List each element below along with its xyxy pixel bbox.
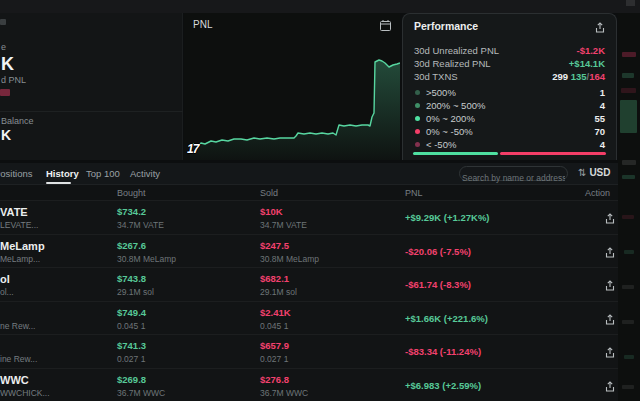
browser-top-strip <box>0 0 640 13</box>
distribution-dot-icon <box>415 90 420 95</box>
table-row[interactable]: WWC WWCHICK... $269.8 36.7M WWC $276.8 3… <box>0 368 618 401</box>
share-icon[interactable] <box>604 211 616 223</box>
table-row[interactable]: ne Rew... $749.4 0.045 1 $2.41K 0.045 1 … <box>0 301 618 335</box>
adjacent-content-strip <box>618 13 640 401</box>
summary-divider <box>0 111 183 112</box>
performance-title: Performance <box>414 20 478 32</box>
bought-value: $734.2 <box>117 206 146 217</box>
unrealized-pnl-row: 30d Unrealized PNL -$1.2K <box>414 45 605 57</box>
distribution-count: 70 <box>594 126 605 137</box>
pnl-value: -$61.74 (-8.3%) <box>405 279 471 290</box>
txns-sells: 164 <box>589 71 605 82</box>
share-icon[interactable] <box>604 278 616 290</box>
table-header: Bought Sold PNL Action <box>0 185 618 200</box>
distribution-dot-icon <box>415 116 420 121</box>
pnl-line-chart <box>184 13 400 160</box>
token-subname: LEVATE... <box>0 220 38 230</box>
token-name: ol <box>0 273 10 285</box>
table-row[interactable]: MeLamp MeLamp... $267.6 30.8M MeLamp $24… <box>0 234 618 268</box>
trading-dashboard: e K d PNL Balance K PNL 17 Performance 3… <box>0 0 640 401</box>
cropped-content-fragment <box>622 215 634 219</box>
tab-activity[interactable]: Activity <box>130 168 160 179</box>
distribution-label: 0% ~ 200% <box>426 113 475 124</box>
bought-value: $743.8 <box>117 273 146 284</box>
wallet-icon <box>0 19 6 25</box>
col-action: Action <box>585 188 610 198</box>
col-pnl: PNL <box>405 188 423 198</box>
share-icon[interactable] <box>604 345 616 357</box>
win-loss-bar <box>413 152 606 155</box>
trades-section: PositionsHistoryTop 100Activity ⇅USD Bou… <box>0 163 618 401</box>
tab-positions[interactable]: Positions <box>0 168 33 179</box>
pnl-chart-panel: PNL 17 <box>184 13 400 160</box>
share-icon[interactable] <box>604 379 616 391</box>
cropped-content-fragment <box>624 250 634 254</box>
pnl-value: +$9.29K (+1.27K%) <box>405 212 490 223</box>
wallet-summary-panel: e K d PNL Balance K <box>0 13 183 160</box>
table-row[interactable]: ine Rew... $741.3 0.027 1 $657.9 0.027 1… <box>0 334 618 368</box>
active-tab-underline <box>46 182 71 184</box>
col-sold: Sold <box>260 188 278 198</box>
distribution-label: >500% <box>426 87 456 98</box>
cropped-content-fragment <box>622 175 635 179</box>
bought-value: $749.4 <box>117 307 146 318</box>
distribution-row: 200% ~ 500%4 <box>414 100 605 112</box>
pnl-value: -$83.34 (-11.24%) <box>405 346 481 357</box>
realized-pnl-row: 30d Realized PNL +$14.1K <box>414 58 605 70</box>
share-icon[interactable] <box>604 245 616 257</box>
sold-amount: 34.7M VATE <box>260 220 307 230</box>
distribution-count: 4 <box>600 139 605 150</box>
txns-label: 30d TXNS <box>414 71 458 82</box>
bought-value: $267.6 <box>117 240 146 251</box>
tab-history[interactable]: History <box>46 168 79 179</box>
sold-amount: 0.045 1 <box>260 321 288 331</box>
tab-top-100[interactable]: Top 100 <box>86 168 120 179</box>
distribution-label: < -50% <box>426 139 456 150</box>
wallet-value-label: e <box>1 42 6 52</box>
cropped-content-fragment <box>622 160 636 165</box>
share-icon[interactable] <box>604 312 616 324</box>
realized-pnl-label: d PNL <box>1 75 26 85</box>
bought-amount: 36.7M WWC <box>117 388 165 398</box>
sold-value: $247.5 <box>260 240 289 251</box>
trades-table-body: VATE LEVATE... $734.2 34.7M VATE $10K 34… <box>0 200 618 401</box>
token-name: WWC <box>0 374 29 386</box>
currency-toggle[interactable]: ⇅USD <box>578 167 611 178</box>
table-row[interactable]: VATE LEVATE... $734.2 34.7M VATE $10K 34… <box>0 200 618 234</box>
cropped-content-fragment <box>622 320 634 324</box>
token-subname: ine Rew... <box>0 354 37 364</box>
pnl-value: +$1.66K (+221.6%) <box>405 313 488 324</box>
cropped-content-fragment <box>622 73 634 78</box>
share-icon[interactable] <box>594 20 606 32</box>
realized-pnl-label: 30d Realized PNL <box>414 58 491 69</box>
sold-value: $276.8 <box>260 374 289 385</box>
cropped-content-fragment <box>621 88 636 93</box>
distribution-count: 4 <box>600 100 605 111</box>
balance-value: K <box>1 127 11 143</box>
window-corner-chip <box>626 0 635 6</box>
bought-amount: 0.027 1 <box>117 354 145 364</box>
search-input[interactable] <box>460 172 567 185</box>
distribution-label: 0% ~ -50% <box>426 126 473 137</box>
token-subname: WWCHICK... <box>0 388 50 398</box>
balance-label: Balance <box>1 116 34 126</box>
distribution-count: 55 <box>594 113 605 124</box>
col-bought: Bought <box>117 188 146 198</box>
distribution-dot-icon <box>415 142 420 147</box>
table-row[interactable]: ol ol... $743.8 29.1M sol $682.1 29.1M s… <box>0 267 618 301</box>
bought-amount: 29.1M sol <box>117 287 154 297</box>
token-subname: ol... <box>0 287 14 297</box>
wallet-value: K <box>1 54 14 75</box>
bought-amount: 0.045 1 <box>117 321 145 331</box>
cropped-content-fragment <box>622 52 636 57</box>
distribution-dot-icon <box>415 103 420 108</box>
txns-total: 299 <box>552 71 568 82</box>
cropped-content-fragment <box>622 385 634 389</box>
sold-value: $10K <box>260 206 283 217</box>
token-subname: MeLamp... <box>0 254 40 264</box>
win-bar-segment <box>413 152 498 155</box>
calendar-icon[interactable] <box>379 18 392 31</box>
sold-amount: 36.7M WWC <box>260 388 308 398</box>
distribution-row: 0% ~ -50%70 <box>414 126 605 138</box>
txns-buys: 135 <box>571 71 587 82</box>
